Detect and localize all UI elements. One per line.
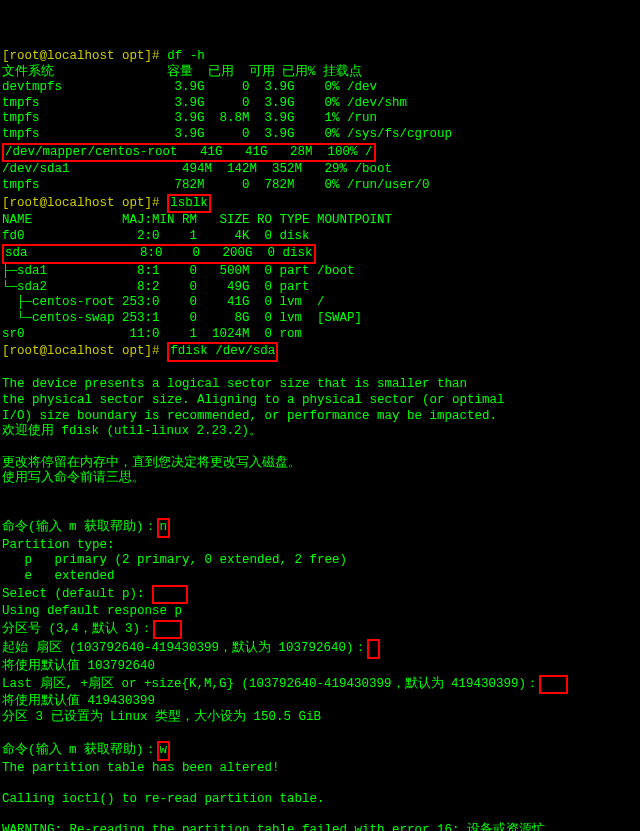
fdisk-ioctl: Calling ioctl() to re-read partition tab… <box>2 792 325 806</box>
fdisk-usedef1: 将使用默认值 103792640 <box>2 659 155 673</box>
fdisk-defaultp: Using default response p <box>2 604 182 618</box>
fdisk-cmd-prompt: 命令(输入 m 获取帮助)： <box>2 520 157 534</box>
fdisk-ptype: Partition type: <box>2 538 115 552</box>
shell-prompt: [root@localhost opt]# <box>2 196 167 210</box>
lsblk-row: fd0 2:0 1 4K 0 disk <box>2 229 310 243</box>
fdisk-first: 起始 扇区 (103792640-419430399，默认为 103792640… <box>2 641 367 655</box>
fdisk-input-empty[interactable] <box>153 620 182 640</box>
fdisk-cmd-prompt: 命令(输入 m 获取帮助)： <box>2 743 157 757</box>
fdisk-rewarn: WARNING: Re-reading the partition table … <box>2 823 553 831</box>
fdisk-intro: the physical sector size. Aligning to a … <box>2 393 505 407</box>
fdisk-select: Select (default p): <box>2 587 152 601</box>
lsblk-header: NAME MAJ:MIN RM SIZE RO TYPE MOUNTPOINT <box>2 213 392 227</box>
fdisk-input-w[interactable]: w <box>157 741 171 761</box>
df-row: tmpfs 3.9G 0 3.9G 0% /sys/fs/cgroup <box>2 127 452 141</box>
fdisk-warn: 更改将停留在内存中，直到您决定将更改写入磁盘。 <box>2 456 301 470</box>
fdisk-warn: 使用写入命令前请三思。 <box>2 471 145 485</box>
df-row: /dev/sda1 494M 142M 352M 29% /boot <box>2 162 392 176</box>
shell-prompt: [root@localhost opt]# <box>2 49 167 63</box>
fdisk-partnum: 分区号 (3,4，默认 3)： <box>2 622 153 636</box>
df-row: devtmpfs 3.9G 0 3.9G 0% /dev <box>2 80 377 94</box>
fdisk-last: Last 扇区, +扇区 or +size{K,M,G} (103792640-… <box>2 677 539 691</box>
terminal-output: [root@localhost opt]# df -h 文件系统 容量 已用 可… <box>2 49 568 831</box>
fdisk-input-empty[interactable] <box>367 639 381 659</box>
fdisk-intro: 欢迎使用 fdisk (util-linux 2.23.2)。 <box>2 424 262 438</box>
fdisk-created: 分区 3 已设置为 Linux 类型，大小设为 150.5 GiB <box>2 710 321 724</box>
df-header: 文件系统 容量 已用 可用 已用% 挂载点 <box>2 65 362 79</box>
lsblk-row: ├─centos-root 253:0 0 41G 0 lvm / <box>2 295 325 309</box>
fdisk-input-empty[interactable] <box>539 675 568 695</box>
lsblk-row: ├─sda1 8:1 0 500M 0 part /boot <box>2 264 355 278</box>
shell-prompt: [root@localhost opt]# <box>2 344 167 358</box>
fdisk-usedef2: 将使用默认值 419430399 <box>2 694 155 708</box>
lsblk-row: sr0 11:0 1 1024M 0 rom <box>2 327 302 341</box>
cmd-lsblk-highlight: lsblk <box>167 194 211 214</box>
fdisk-ptype-p: p primary (2 primary, 0 extended, 2 free… <box>2 553 347 567</box>
fdisk-altered: The partition table has been altered! <box>2 761 280 775</box>
fdisk-intro: I/O) size boundary is recommended, or pe… <box>2 409 497 423</box>
fdisk-ptype-e: e extended <box>2 569 115 583</box>
lsblk-row: └─centos-swap 253:1 0 8G 0 lvm [SWAP] <box>2 311 362 325</box>
df-row: tmpfs 782M 0 782M 0% /run/user/0 <box>2 178 430 192</box>
cmd-fdisk-highlight: fdisk /dev/sda <box>167 342 278 362</box>
df-row: tmpfs 3.9G 8.8M 3.9G 1% /run <box>2 111 377 125</box>
fdisk-input-n[interactable]: n <box>157 518 171 538</box>
cmd-df: df -h <box>167 49 205 63</box>
lsblk-row-highlight: sda 8:0 0 200G 0 disk <box>2 244 316 264</box>
df-row: tmpfs 3.9G 0 3.9G 0% /dev/shm <box>2 96 407 110</box>
fdisk-input-empty[interactable] <box>152 585 188 605</box>
df-row-highlight: /dev/mapper/centos-root 41G 41G 28M 100%… <box>2 143 376 163</box>
lsblk-row: └─sda2 8:2 0 49G 0 part <box>2 280 310 294</box>
fdisk-intro: The device presents a logical sector siz… <box>2 377 467 391</box>
